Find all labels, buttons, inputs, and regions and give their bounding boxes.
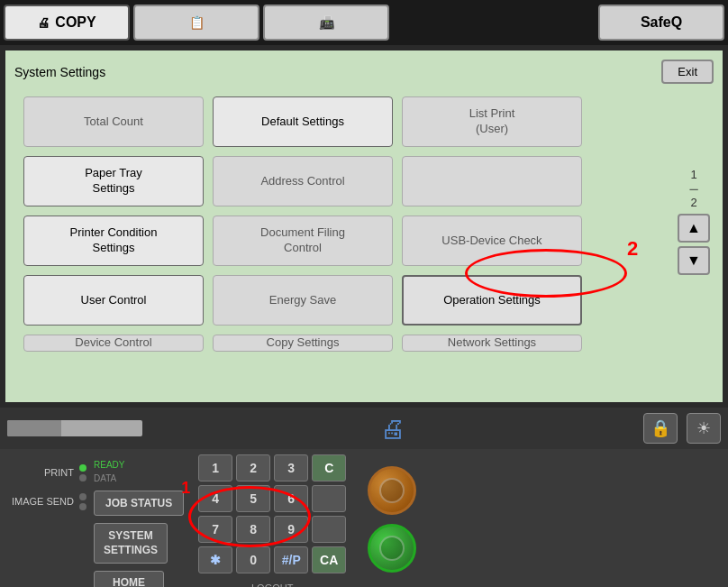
bottom-bar: 🖨 🔒 ☀	[0, 408, 728, 449]
job-status-label: JOB STATUS	[105, 497, 172, 509]
brightness-button[interactable]: ☀	[687, 413, 721, 444]
network-settings-button[interactable]: Network Settings	[402, 335, 582, 352]
panel-header: System Settings Exit	[14, 60, 714, 84]
system-settings-button[interactable]: SYSTEMSETTINGS	[94, 523, 168, 564]
tab-2[interactable]: 📋	[133, 5, 259, 41]
blank-button	[402, 156, 582, 206]
green-inner	[379, 536, 405, 561]
num-8-button[interactable]: 8	[236, 516, 270, 543]
print-label: PRINT	[9, 467, 74, 478]
ready-row: READY	[94, 460, 184, 470]
page-up-button[interactable]: ▲	[678, 214, 710, 243]
printer-condition-settings-button[interactable]: Printer ConditionSettings	[23, 216, 204, 266]
ca-button[interactable]: CA	[312, 546, 346, 573]
print-status-dots	[79, 464, 86, 482]
job-status-button[interactable]: JOB STATUS 1	[94, 491, 184, 516]
num-4-button[interactable]: 4	[198, 485, 232, 512]
image-send-status-dots	[79, 493, 86, 510]
clear-button[interactable]: C	[312, 454, 346, 482]
tab-copy[interactable]: 🖨 COPY	[4, 5, 130, 41]
numpad-section: 1 2 3 C 4 5 6 7 8 9 ✱ 0 #/P CA LOGOUT	[198, 454, 346, 583]
document-filing-control-button[interactable]: Document FilingControl	[213, 216, 393, 266]
image-send-label-row: IMAGE SEND	[9, 489, 86, 514]
safeq-tab-label: SafeQ	[641, 14, 682, 31]
print-label-row: PRINT	[9, 460, 86, 485]
hash-p-button[interactable]: #/P	[274, 546, 308, 573]
exit-button[interactable]: Exit	[661, 60, 714, 84]
print-dot-data	[79, 474, 86, 482]
tab-safeq[interactable]: SafeQ	[598, 5, 724, 41]
green-circle-button[interactable]	[368, 524, 416, 573]
blank-numpad-2	[312, 516, 346, 543]
numpad-row-2: 4 5 6	[198, 485, 346, 512]
num-5-button[interactable]: 5	[236, 485, 270, 512]
num-3-button[interactable]: 3	[274, 454, 308, 482]
control-panel: PRINT IMAGE SEND READY DATA JOB STATUS 1	[0, 449, 728, 587]
numpad-row-4: ✱ 0 #/P CA	[198, 546, 346, 573]
image-send-dot-line	[79, 493, 86, 500]
progress-fill	[7, 420, 61, 436]
data-row: DATA	[94, 473, 184, 483]
annotation-badge-1: 1	[181, 479, 190, 498]
asterisk-button[interactable]: ✱	[198, 546, 232, 573]
operation-settings-button[interactable]: Operation Settings	[402, 275, 582, 326]
progress-bar	[7, 420, 142, 436]
annotation-badge-2: 2	[627, 237, 638, 261]
panel-title: System Settings	[14, 65, 105, 79]
numpad-row-3: 7 8 9	[198, 516, 346, 543]
tab3-icon: 📠	[319, 15, 334, 30]
tab-3[interactable]: 📠	[263, 5, 389, 41]
page-down-button[interactable]: ▼	[678, 246, 710, 275]
address-control-button[interactable]: Address Control	[213, 156, 393, 206]
list-print-button[interactable]: List Print(User)	[402, 96, 582, 147]
page-indicator: 1─2 ▲ ▼	[678, 168, 710, 275]
default-settings-button[interactable]: Default Settings	[213, 96, 393, 147]
user-control-button[interactable]: User Control	[23, 275, 204, 326]
right-icons-section	[368, 454, 416, 583]
num-7-button[interactable]: 7	[198, 516, 232, 543]
home-button[interactable]: HOME	[94, 571, 164, 587]
ready-text: READY	[94, 460, 124, 470]
labels-section: PRINT IMAGE SEND	[9, 454, 86, 583]
image-send-dot-data	[79, 503, 86, 510]
tab2-icon: 📋	[189, 15, 205, 30]
orange-circle-button[interactable]	[368, 466, 416, 515]
print-dot-ready	[79, 464, 86, 472]
printer-logo-icon: 🖨	[377, 412, 409, 445]
orange-inner	[379, 478, 405, 503]
num-9-button[interactable]: 9	[274, 516, 308, 543]
total-count-button[interactable]: Total Count	[23, 96, 204, 147]
logout-text: LOGOUT	[251, 582, 293, 587]
paper-tray-settings-button[interactable]: Paper TraySettings	[23, 156, 204, 206]
num-6-button[interactable]: 6	[274, 485, 308, 512]
data-text: DATA	[94, 473, 116, 483]
numpad-row-1: 1 2 3 C	[198, 454, 346, 482]
energy-save-button[interactable]: Energy Save	[213, 275, 393, 326]
system-settings-panel: System Settings Exit Total Count Default…	[5, 50, 723, 402]
usb-device-check-button[interactable]: USB-Device Check	[402, 216, 582, 266]
status-section: READY DATA JOB STATUS 1 SYSTEMSETTINGS H…	[94, 454, 184, 583]
top-tab-bar: 🖨 COPY 📋 📠 SafeQ	[0, 0, 728, 45]
num-1-button[interactable]: 1	[198, 454, 232, 482]
copy-tab-label: COPY	[55, 14, 96, 31]
page-number: 1─2	[689, 168, 697, 210]
num-2-button[interactable]: 2	[236, 454, 270, 482]
image-send-label: IMAGE SEND	[9, 496, 74, 507]
lock-button[interactable]: 🔒	[643, 413, 678, 444]
num-0-button[interactable]: 0	[236, 546, 270, 573]
settings-grid: Total Count Default Settings List Print(…	[14, 96, 714, 352]
device-control-button[interactable]: Device Control	[23, 335, 204, 352]
copy-icon: 🖨	[37, 15, 50, 30]
copy-settings-button[interactable]: Copy Settings	[213, 335, 393, 352]
blank-numpad	[312, 485, 346, 512]
